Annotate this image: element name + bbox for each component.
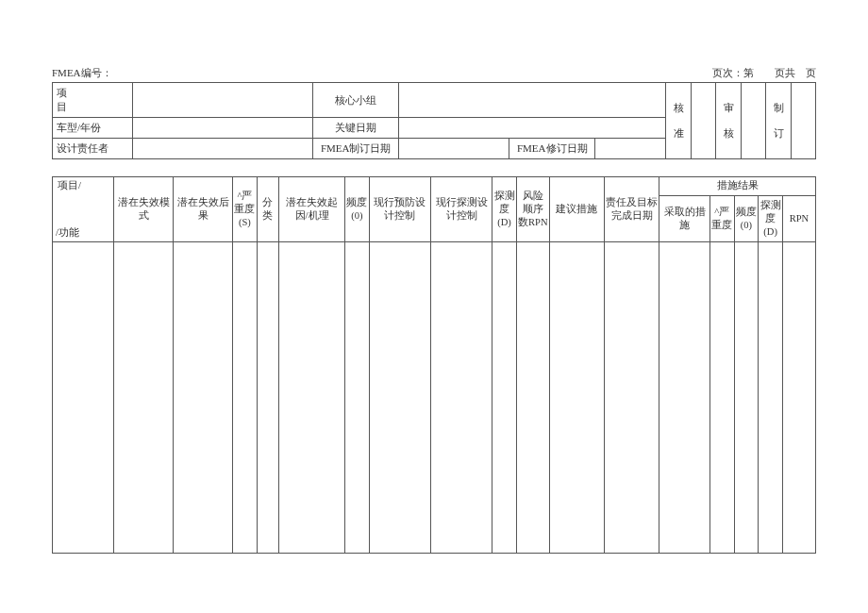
info-review-col: 审核: [715, 83, 742, 159]
table-row: [53, 242, 816, 554]
th-result-rpn: RPN: [782, 195, 815, 241]
th-class: 分类: [257, 177, 278, 242]
info-approve-value[interactable]: [692, 83, 715, 159]
fmea-number-label: FMEA编号：: [52, 66, 112, 80]
cell-cause[interactable]: [279, 242, 345, 554]
cell-effect[interactable]: [174, 242, 233, 554]
info-approve-col: 核准: [665, 83, 692, 159]
cell-rdet[interactable]: [759, 242, 783, 554]
info-table: 项 目 核心小组 核准 审核 制订 车型/年份 关键日期 设计责任者: [52, 82, 816, 159]
info-created-label: FMEA制订日期: [313, 139, 399, 159]
top-labels: FMEA编号： 页次：第 页共 页: [52, 66, 816, 80]
info-keydate-value[interactable]: [399, 118, 665, 139]
th-responsibility: 责任及目标完成日期: [605, 177, 659, 242]
th-result-severity: ^严重度: [709, 195, 734, 241]
th-recommend: 建议措施: [549, 177, 604, 242]
th-prevention: 现行预防设计控制: [369, 177, 430, 242]
info-model-value[interactable]: [132, 118, 312, 139]
info-project-label: 项 目: [53, 83, 133, 118]
th-failure-mode: 潜在失效模式: [114, 177, 174, 242]
th-rpn: 风险顺序数RPN: [516, 177, 549, 242]
info-owner-value[interactable]: [132, 139, 312, 159]
info-owner-label: 设计责任者: [53, 139, 133, 159]
cell-sev[interactable]: [233, 242, 258, 554]
cell-detctrl[interactable]: [430, 242, 492, 554]
cell-det[interactable]: [492, 242, 517, 554]
cell-occ[interactable]: [345, 242, 370, 554]
cell-mode[interactable]: [114, 242, 174, 554]
cell-prev[interactable]: [369, 242, 430, 554]
info-make-value[interactable]: [792, 83, 816, 159]
info-keydate-label: 关键日期: [313, 118, 399, 139]
th-severity: ^严重度(S): [233, 177, 258, 242]
cell-rrpn[interactable]: [782, 242, 815, 554]
info-review-value[interactable]: [742, 83, 765, 159]
info-created-value[interactable]: [399, 139, 509, 159]
info-team-value[interactable]: [399, 83, 665, 118]
cell-resp[interactable]: [605, 242, 659, 554]
info-model-label: 车型/年份: [53, 118, 133, 139]
th-result-group: 措施结果: [659, 177, 816, 196]
fmea-table: 项目/ /功能 潜在失效模式 潜在失效后果 ^严重度(S) 分类 潜在失效起因/…: [52, 176, 816, 554]
th-cause: 潜在失效起因/机理: [279, 177, 345, 242]
info-revised-value[interactable]: [595, 139, 665, 159]
th-detection-ctrl: 现行探测设计控制: [430, 177, 492, 242]
info-make-col: 制订: [765, 83, 792, 159]
cell-rsev[interactable]: [709, 242, 734, 554]
info-project-value[interactable]: [132, 83, 312, 118]
th-result-occurrence: 频度(0): [734, 195, 759, 241]
th-detection: 探测度(D): [492, 177, 517, 242]
cell-rec[interactable]: [549, 242, 604, 554]
th-occurrence: 频度(0): [345, 177, 370, 242]
cell-class[interactable]: [257, 242, 278, 554]
th-item-function: 项目/ /功能: [53, 177, 114, 242]
info-revised-label: FMEA修订日期: [509, 139, 595, 159]
th-action-taken: 采取的措施: [659, 195, 710, 241]
info-team-label: 核心小组: [313, 83, 399, 118]
cell-rocc[interactable]: [734, 242, 759, 554]
cell-taken[interactable]: [659, 242, 710, 554]
page-number-label: 页次：第 页共 页: [712, 66, 816, 80]
cell-item[interactable]: [53, 242, 114, 554]
cell-rpn[interactable]: [516, 242, 549, 554]
th-result-detection: 探测度(D): [759, 195, 783, 241]
th-failure-effect: 潜在失效后果: [174, 177, 233, 242]
